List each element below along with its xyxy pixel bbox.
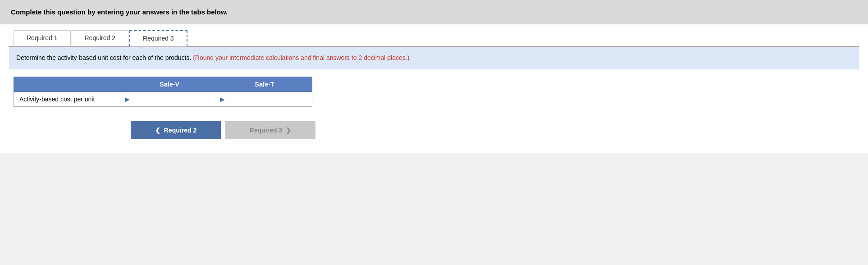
table-header-empty — [14, 77, 122, 92]
safet-input[interactable] — [227, 95, 309, 104]
tabs-container: Required 1 Required 2 Required 3 — [9, 24, 859, 47]
safev-input[interactable] — [132, 95, 214, 104]
table-header-safev: Safe-V — [122, 77, 217, 92]
main-content: Required 1 Required 2 Required 3 Determi… — [0, 24, 868, 153]
instruction-main: Determine the activity-based unit cost f… — [16, 54, 191, 61]
next-button[interactable]: Required 3 ❯ — [225, 121, 315, 139]
safev-arrow-icon: ▶ — [125, 96, 130, 103]
prev-label: Required 2 — [164, 127, 196, 134]
instruction-highlight: (Round your intermediate calculations an… — [193, 54, 409, 61]
next-label: Required 3 — [250, 127, 282, 134]
nav-buttons: ❮ Required 2 Required 3 ❯ — [9, 114, 859, 144]
row-label: Activity-based cost per unit — [14, 92, 122, 107]
page-wrapper: Complete this question by entering your … — [0, 0, 868, 265]
tab-required2[interactable]: Required 2 — [72, 30, 129, 46]
next-icon: ❯ — [286, 127, 291, 134]
table-header-safet: Safe-T — [217, 77, 312, 92]
prev-button[interactable]: ❮ Required 2 — [131, 121, 221, 139]
header-banner: Complete this question by entering your … — [0, 0, 868, 24]
table-row: Activity-based cost per unit ▶ ▶ — [14, 92, 312, 107]
tab-required3[interactable]: Required 3 — [129, 30, 187, 46]
safev-input-cell: ▶ — [122, 92, 217, 107]
tab-required1[interactable]: Required 1 — [14, 30, 71, 46]
table-section: Safe-V Safe-T Activity-based cost per un… — [9, 69, 859, 114]
data-table: Safe-V Safe-T Activity-based cost per un… — [14, 77, 312, 107]
instruction-area: Determine the activity-based unit cost f… — [9, 47, 859, 69]
header-text: Complete this question by entering your … — [11, 8, 228, 16]
safet-input-cell: ▶ — [217, 92, 312, 107]
prev-icon: ❮ — [155, 127, 160, 134]
safet-arrow-icon: ▶ — [220, 96, 225, 103]
